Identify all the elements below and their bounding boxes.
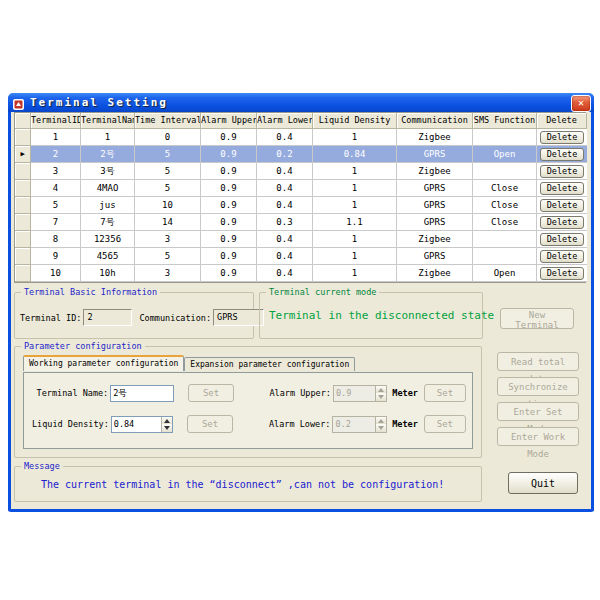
table-row[interactable]: 7 7号 14 0.9 0.3 1.1 GPRS Close Delete xyxy=(15,214,585,231)
delete-button[interactable]: Delete xyxy=(540,233,584,246)
row-selector[interactable] xyxy=(15,231,31,248)
cell-delete: Delete xyxy=(537,180,587,197)
table-header-alarm-upper: Alarm Upper xyxy=(201,113,257,129)
table-row[interactable]: ▶ 2 2号 5 0.9 0.2 0.84 GPRS Open Delete xyxy=(15,146,585,163)
cell-communication: GPRS xyxy=(397,197,473,214)
cell-liquid-density: 0.84 xyxy=(313,146,397,163)
liquid-density-spinner[interactable]: 0.84 xyxy=(111,416,173,433)
row-selector[interactable] xyxy=(15,129,31,146)
cell-terminal-name: 4MAO xyxy=(81,180,135,197)
liquid-density-down-icon[interactable] xyxy=(162,424,172,432)
delete-button[interactable]: Delete xyxy=(540,165,584,178)
cell-delete: Delete xyxy=(537,163,587,180)
row-selector[interactable] xyxy=(15,163,31,180)
cell-time-interval: 3 xyxy=(135,231,201,248)
current-mode-group: Terminal current mode Terminal in the di… xyxy=(259,292,483,339)
delete-button[interactable]: Delete xyxy=(540,148,584,161)
cell-terminal-name: 4565 xyxy=(81,248,135,265)
table-header-sms-function: SMS Function xyxy=(473,113,537,129)
cell-time-interval: 10 xyxy=(135,197,201,214)
table-row[interactable]: 5 jus 10 0.9 0.4 1 GPRS Close Delete xyxy=(15,197,585,214)
table-row[interactable]: 4 4MAO 5 0.9 0.4 1 GPRS Close Delete xyxy=(15,180,585,197)
table-header-terminal-name: TerminalName xyxy=(81,113,135,129)
cell-delete: Delete xyxy=(537,265,587,282)
alarm-upper-value: 0.9 xyxy=(334,386,375,401)
terminal-table: TerminalID TerminalName Time Interval Al… xyxy=(14,112,586,283)
delete-button[interactable]: Delete xyxy=(540,131,584,144)
terminal-name-input[interactable]: 2号 xyxy=(110,385,174,402)
cell-terminal-id: 3 xyxy=(31,163,81,180)
cell-terminal-id: 7 xyxy=(31,214,81,231)
alarm-lower-spinner: 0.2 xyxy=(332,416,387,433)
row-selector[interactable] xyxy=(15,214,31,231)
cell-alarm-lower: 0.4 xyxy=(257,129,313,146)
cell-alarm-lower: 0.4 xyxy=(257,248,313,265)
alarm-lower-up-icon xyxy=(376,417,386,425)
communication-field: GPRS xyxy=(213,309,264,326)
delete-button[interactable]: Delete xyxy=(540,199,584,212)
delete-button[interactable]: Delete xyxy=(540,182,584,195)
enter-work-mode-button: Enter Work Mode xyxy=(497,427,579,446)
cell-liquid-density: 1 xyxy=(313,197,397,214)
alarm-lower-meter-label: Meter xyxy=(392,419,418,429)
table-header-liquid-density: Liquid Density xyxy=(313,113,397,129)
cell-time-interval: 5 xyxy=(135,180,201,197)
cell-delete: Delete xyxy=(537,197,587,214)
table-row[interactable]: 3 3号 5 0.9 0.4 1 Zigbee Delete xyxy=(15,163,585,180)
parameter-config-group-title: Parameter configuration xyxy=(21,341,145,351)
enter-set-mode-button: Enter Set Mode xyxy=(497,402,579,421)
window-titlebar[interactable]: Terminal Setting ✕ xyxy=(8,93,594,112)
cell-sms-function: Close xyxy=(473,214,537,231)
cell-alarm-lower: 0.2 xyxy=(257,146,313,163)
cell-time-interval: 5 xyxy=(135,163,201,180)
cell-liquid-density: 1 xyxy=(313,129,397,146)
set-terminal-name-button: Set xyxy=(188,384,234,402)
cell-alarm-upper: 0.9 xyxy=(201,231,257,248)
cell-alarm-lower: 0.3 xyxy=(257,214,313,231)
cell-communication: GPRS xyxy=(397,180,473,197)
current-mode-group-title: Terminal current mode xyxy=(266,287,379,297)
liquid-density-up-icon[interactable] xyxy=(162,417,172,425)
row-selector[interactable] xyxy=(15,248,31,265)
working-parameter-panel: Terminal Name: 2号 Set Alarm Upper: 0.9 M… xyxy=(23,372,473,449)
cell-liquid-density: 1 xyxy=(313,248,397,265)
cell-alarm-upper: 0.9 xyxy=(201,163,257,180)
cell-terminal-id: 9 xyxy=(31,248,81,265)
cell-alarm-lower: 0.4 xyxy=(257,163,313,180)
quit-button[interactable]: Quit xyxy=(508,472,578,494)
table-row[interactable]: 9 4565 5 0.9 0.4 1 GPRS Delete xyxy=(15,248,585,265)
row-selector[interactable] xyxy=(15,197,31,214)
cell-sms-function xyxy=(473,163,537,180)
cell-terminal-id: 5 xyxy=(31,197,81,214)
liquid-density-value[interactable]: 0.84 xyxy=(112,417,161,432)
cell-sms-function: Open xyxy=(473,265,537,282)
alarm-lower-down-icon xyxy=(376,424,386,432)
cell-terminal-id: 1 xyxy=(31,129,81,146)
table-row[interactable]: 10 10h 3 0.9 0.4 1 Zigbee Open Delete xyxy=(15,265,585,282)
delete-button[interactable]: Delete xyxy=(540,216,584,229)
tab-expansion-parameter[interactable]: Expansion parameter configuration xyxy=(184,357,355,371)
alarm-upper-up-icon xyxy=(376,386,386,394)
parameter-config-group: Parameter configuration Working paramete… xyxy=(14,346,482,458)
cell-communication: GPRS xyxy=(397,214,473,231)
tab-working-parameter[interactable]: Working parameter configuration xyxy=(23,355,184,371)
cell-delete: Delete xyxy=(537,146,587,163)
cell-terminal-name: 12356 xyxy=(81,231,135,248)
new-terminal-button: New Terminal xyxy=(500,308,574,329)
delete-button[interactable]: Delete xyxy=(540,267,584,280)
table-header-selector xyxy=(15,113,31,129)
cell-communication: GPRS xyxy=(397,146,473,163)
cell-alarm-lower: 0.4 xyxy=(257,180,313,197)
terminal-id-label: Terminal ID: xyxy=(20,313,81,323)
close-button[interactable]: ✕ xyxy=(571,95,591,112)
terminal-setting-window: Terminal Setting ✕ TerminalID TerminalNa… xyxy=(8,93,594,512)
row-selector[interactable]: ▶ xyxy=(15,146,31,163)
row-selector[interactable] xyxy=(15,265,31,282)
table-row[interactable]: 8 12356 3 0.9 0.4 1 Zigbee Delete xyxy=(15,231,585,248)
liquid-density-label: Liquid Density: xyxy=(24,419,109,429)
table-row[interactable]: 1 1 0 0.9 0.4 1 Zigbee Delete xyxy=(15,129,585,146)
terminal-status-text: Terminal in the disconnected state xyxy=(269,309,494,322)
row-selector[interactable] xyxy=(15,180,31,197)
read-total-data-button: Read total data xyxy=(497,352,579,371)
delete-button[interactable]: Delete xyxy=(540,250,584,263)
